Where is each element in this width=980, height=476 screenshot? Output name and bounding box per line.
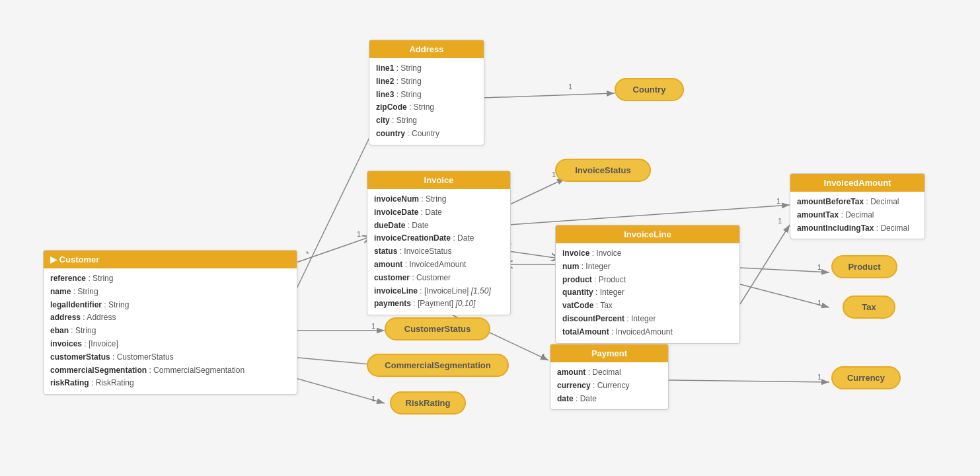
entity-customer-header: ▶ Customer xyxy=(44,251,297,268)
svg-line-5 xyxy=(291,238,367,264)
svg-text:1: 1 xyxy=(357,230,361,238)
entity-invoice-header: Invoice xyxy=(367,171,510,189)
svg-line-2 xyxy=(482,93,615,98)
entity-payment: Payment amount : Decimal currency : Curr… xyxy=(550,344,669,410)
pill-riskrating: RiskRating xyxy=(390,391,466,415)
svg-text:1: 1 xyxy=(776,197,780,205)
svg-text:*: * xyxy=(306,250,309,258)
entity-address-body: line1 : String line2 : String line3 : St… xyxy=(369,58,484,145)
entity-invoice: Invoice invoiceNum : String invoiceDate … xyxy=(367,171,511,315)
entity-invoicedamount-body: amountBeforeTax : Decimal amountTax : De… xyxy=(790,192,924,239)
entity-invoiceline-body: invoice : Invoice num : Integer product … xyxy=(556,243,739,343)
svg-text:1: 1 xyxy=(817,263,821,271)
entity-payment-body: amount : Decimal currency : Currency dat… xyxy=(550,362,668,409)
entity-invoiceline-header: InvoiceLine xyxy=(556,225,739,243)
svg-text:1: 1 xyxy=(568,83,572,91)
entity-address: Address line1 : String line2 : String li… xyxy=(369,40,484,145)
pill-tax: Tax xyxy=(843,296,895,319)
svg-text:1: 1 xyxy=(817,299,821,307)
svg-line-27 xyxy=(291,377,385,403)
svg-line-17 xyxy=(740,284,829,307)
svg-text:1: 1 xyxy=(371,395,375,403)
svg-line-21 xyxy=(667,380,829,382)
svg-line-15 xyxy=(740,268,829,272)
pill-invoicestatus: InvoiceStatus xyxy=(555,159,651,182)
entity-invoicedamount-header: InvoicedAmount xyxy=(790,174,924,192)
pill-currency: Currency xyxy=(831,366,901,389)
svg-text:1: 1 xyxy=(778,217,782,225)
svg-text:1: 1 xyxy=(371,322,375,330)
entity-customer-body: reference : String name : String legalId… xyxy=(44,268,297,394)
pill-customerstatus: CustomerStatus xyxy=(385,317,490,340)
svg-line-29 xyxy=(740,225,790,304)
svg-line-10 xyxy=(509,205,790,225)
svg-line-8 xyxy=(509,178,565,205)
pill-commercialsegmentation: CommercialSegmentation xyxy=(367,354,509,377)
entity-invoiceline: InvoiceLine invoice : Invoice num : Inte… xyxy=(555,225,740,344)
pill-product: Product xyxy=(831,255,897,278)
pill-country: Country xyxy=(615,78,684,101)
entity-invoicedamount: InvoicedAmount amountBeforeTax : Decimal… xyxy=(790,173,925,239)
svg-line-12 xyxy=(509,251,555,258)
entity-customer: ▶ Customer reference : String name : Str… xyxy=(43,250,297,395)
diagram-canvas: 1 * 1 1 1 * 1 1 * 1 1 1 xyxy=(0,0,980,476)
svg-text:1: 1 xyxy=(817,373,821,381)
svg-text:*: * xyxy=(542,352,545,360)
entity-payment-header: Payment xyxy=(550,344,668,362)
entity-address-header: Address xyxy=(369,40,484,58)
entity-invoice-body: invoiceNum : String invoiceDate : Date d… xyxy=(367,189,510,315)
